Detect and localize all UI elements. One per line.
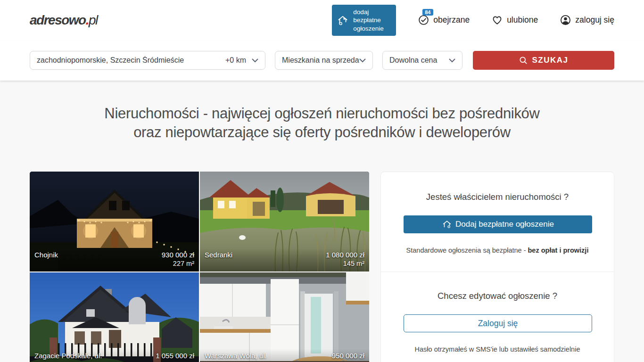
edit-section: Chcesz edytować ogłoszenie ? Zaloguj się…: [381, 272, 614, 362]
nav-favorites-label: ulubione: [507, 15, 538, 25]
nav-viewed[interactable]: 84 obejrzane: [418, 14, 470, 26]
owner-note-bold: bez opłat i prowizji: [528, 247, 589, 254]
nav-login[interactable]: zaloguj się: [560, 14, 614, 26]
brand-name: adresowo: [30, 13, 86, 27]
search-submit-label: SZUKAJ: [532, 56, 568, 65]
listing-name: Warszawa Wola, ul.: [205, 352, 267, 360]
location-input[interactable]: zachodniopomorskie, Szczecin Śródmieście…: [30, 51, 265, 70]
listing-overlay: Zagacie Podskale, ul. 1 055 000 zł: [30, 349, 199, 362]
top-bar: adresowo.pl dodaj bezpłatne ogłoszenie 8…: [0, 0, 644, 41]
edit-section-note: Hasło otrzymałeś w SMS'ie lub ustawiłeś …: [404, 346, 591, 353]
nav-favorites[interactable]: ulubione: [491, 14, 538, 26]
listings-grid: Chojnik 930 000 zł 227 m²: [30, 172, 369, 362]
listing-name: Sedranki: [205, 251, 232, 259]
page-title-line2: oraz niepowtarzające się oferty pośredni…: [0, 123, 644, 142]
nav-viewed-label: obejrzane: [433, 15, 470, 25]
owner-note-text: Standardowe ogłoszenia są bezpłatne -: [406, 247, 528, 254]
price-select[interactable]: Dowolna cena: [382, 51, 462, 70]
sidebar-panel: Jesteś właścicielem nieruchomości ? Doda…: [380, 172, 614, 362]
page-title: Nieruchomości - najwięcej ogłoszeń nieru…: [0, 81, 644, 142]
owner-section: Jesteś właścicielem nieruchomości ? Doda…: [381, 172, 614, 272]
add-listing-label: dodaj bezpłatne ogłoszenie: [353, 8, 390, 33]
listing-price: 1 080 000 zł: [326, 251, 364, 259]
listing-area: [34, 360, 194, 362]
listing-card[interactable]: Sedranki 1 080 000 zł 145 m²: [200, 172, 369, 272]
owner-section-note: Standardowe ogłoszenia są bezpłatne - be…: [404, 247, 591, 254]
listing-area: 145 m²: [205, 259, 364, 268]
listing-price: 950 000 zł: [332, 352, 364, 360]
top-navigation: dodaj bezpłatne ogłoszenie 84 obejrzane …: [332, 5, 614, 36]
nav-login-label: zaloguj się: [575, 15, 614, 25]
listing-price: 1 055 000 zł: [156, 352, 194, 360]
search-bar: zachodniopomorskie, Szczecin Śródmieście…: [0, 41, 644, 81]
listing-name: Zagacie Podskale, ul.: [34, 352, 102, 360]
listing-card[interactable]: Chojnik 930 000 zł 227 m²: [30, 172, 199, 272]
search-icon: [519, 56, 528, 65]
viewed-count-badge: 84: [422, 9, 433, 16]
chevron-down-icon: [359, 58, 366, 63]
house-plus-icon: [442, 219, 452, 230]
owner-section-title: Jesteś właścicielem nieruchomości ?: [404, 192, 591, 202]
category-select[interactable]: Mieszkania na sprzedaż: [275, 51, 373, 70]
listing-card[interactable]: Zagacie Podskale, ul. 1 055 000 zł: [30, 272, 199, 362]
edit-section-title: Chcesz edytować ogłoszenie ?: [404, 291, 591, 301]
brand-tld: pl: [89, 13, 98, 27]
listing-price: 930 000 zł: [162, 251, 194, 259]
add-free-listing-label: Dodaj bezpłatne ogłoszenie: [455, 220, 554, 229]
listing-overlay: Warszawa Wola, ul. 950 000 zł: [200, 349, 369, 362]
add-free-listing-button[interactable]: Dodaj bezpłatne ogłoszenie: [404, 215, 592, 233]
location-value: zachodniopomorskie, Szczecin Śródmieście: [37, 56, 225, 65]
category-value: Mieszkania na sprzedaż: [282, 56, 359, 65]
listing-area: [205, 360, 364, 362]
chevron-down-icon: [449, 58, 455, 63]
page-title-line1: Nieruchomości - najwięcej ogłoszeń nieru…: [0, 104, 644, 123]
listing-area: 227 m²: [34, 259, 194, 268]
chevron-down-icon: [252, 58, 258, 63]
listing-name: Chojnik: [34, 251, 58, 259]
add-listing-button[interactable]: dodaj bezpłatne ogłoszenie: [332, 5, 396, 36]
listing-overlay: Chojnik 930 000 zł 227 m²: [30, 248, 199, 272]
listing-overlay: Sedranki 1 080 000 zł 145 m²: [200, 248, 369, 272]
listing-card[interactable]: Warszawa Wola, ul. 950 000 zł: [200, 272, 369, 362]
heart-icon: [491, 14, 503, 26]
user-circle-icon: [560, 14, 571, 26]
price-value: Dowolna cena: [389, 56, 449, 65]
radius-value: +0 km: [225, 56, 252, 65]
main-content: Nieruchomości - najwięcej ogłoszeń nieru…: [0, 81, 644, 362]
search-submit-button[interactable]: SZUKAJ: [473, 51, 614, 70]
viewed-check-icon: 84: [418, 14, 429, 26]
brand-logo[interactable]: adresowo.pl: [30, 13, 98, 28]
login-button[interactable]: Zaloguj się: [404, 314, 592, 332]
house-plus-icon: [337, 14, 349, 26]
